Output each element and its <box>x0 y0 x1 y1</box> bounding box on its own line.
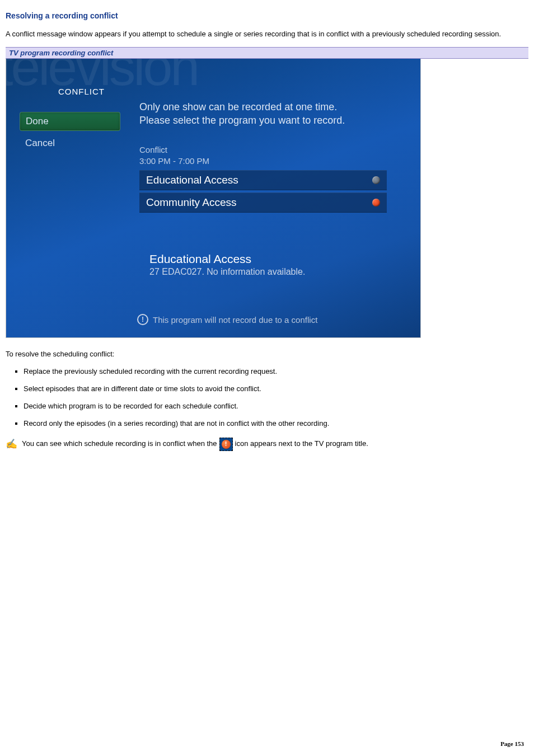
section-heading: Resolving a recording conflict <box>6 11 528 20</box>
intro-paragraph: A conflict message window appears if you… <box>6 29 528 39</box>
screenshot-panel: television CONFLICT Done Cancel Only one… <box>6 59 421 338</box>
done-button[interactable]: Done <box>20 112 120 131</box>
page-number: 153 <box>515 740 524 747</box>
program-detail-title: Educational Access <box>149 252 305 266</box>
list-item: Record only the episodes (in a series re… <box>24 419 528 429</box>
conflict-footer: ! This program will not record due to a … <box>137 314 317 325</box>
conflict-sidebar: CONFLICT Done Cancel <box>20 87 120 156</box>
program-detail-sub: 27 EDAC027. No information available. <box>149 267 305 277</box>
list-item: Replace the previously scheduled recordi… <box>24 367 528 377</box>
page-footer: Page 153 <box>500 740 524 747</box>
conflict-label: Conflict <box>139 145 167 154</box>
cancel-button[interactable]: Cancel <box>20 134 120 152</box>
note-text-post: icon appears next to the TV program titl… <box>235 438 368 450</box>
record-indicator-off-icon <box>372 176 380 184</box>
program-row-community[interactable]: Community Access <box>139 192 387 213</box>
conflict-footer-text: This program will not record due to a co… <box>153 315 317 325</box>
conflict-badge-glyph: ! <box>222 440 231 449</box>
note-icon: ✍ <box>6 436 17 452</box>
program-row-title: Educational Access <box>146 174 238 186</box>
list-item: Select episodes that are in different da… <box>24 384 528 394</box>
conflict-title: CONFLICT <box>20 87 120 96</box>
conflict-instr-line2: Please select the program you want to re… <box>139 115 345 126</box>
conflict-time: 3:00 PM - 7:00 PM <box>139 156 209 166</box>
program-detail: Educational Access 27 EDAC027. No inform… <box>149 252 305 277</box>
figure-caption: TV program recording conflict <box>6 47 528 59</box>
list-item: Decide which program is to be recorded f… <box>24 402 528 411</box>
resolve-lead: To resolve the scheduling conflict: <box>6 349 528 359</box>
program-row-educational[interactable]: Educational Access <box>139 170 387 190</box>
note-text-pre: You can see which schedule recording is … <box>22 438 217 450</box>
page-label: Page <box>500 740 513 747</box>
conflict-badge-icon: ! <box>219 438 233 451</box>
conflict-instr-line1: Only one show can be recorded at one tim… <box>139 101 337 112</box>
record-indicator-on-icon <box>372 199 380 206</box>
program-row-title: Community Access <box>146 196 237 209</box>
conflict-main: Only one show can be recorded at one tim… <box>139 100 387 215</box>
note-line: ✍ You can see which schedule recording i… <box>6 436 528 452</box>
alert-icon: ! <box>137 314 148 325</box>
conflict-instructions: Only one show can be recorded at one tim… <box>139 100 387 128</box>
resolve-list: Replace the previously scheduled recordi… <box>6 367 528 429</box>
